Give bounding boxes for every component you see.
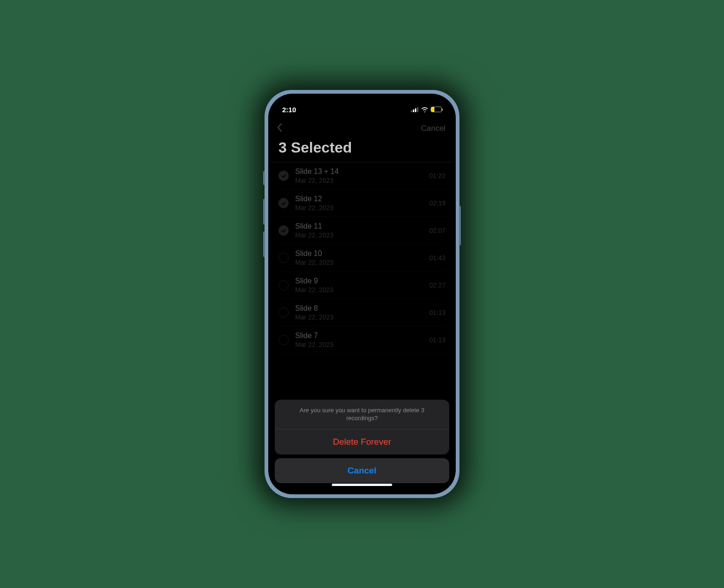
list-item-title: Slide 9: [295, 277, 423, 285]
list-item-title: Slide 11: [295, 222, 423, 230]
page-title: 3 Selected: [270, 138, 454, 162]
list-item-date: Mar 22, 2023: [295, 313, 423, 321]
list-item-duration: 01:43: [429, 254, 446, 262]
content: Slide 13 + 14Mar 22, 202301:22Slide 12Ma…: [270, 162, 454, 490]
list-item[interactable]: Slide 7Mar 22, 202301:13: [278, 326, 446, 354]
volume-down-button: [263, 231, 265, 257]
svg-rect-1: [413, 109, 414, 112]
delete-forever-button[interactable]: Delete Forever: [275, 429, 449, 454]
list-item-duration: 02:27: [429, 281, 446, 289]
checkbox-unchecked-icon[interactable]: [278, 280, 289, 290]
status-right: [411, 107, 442, 112]
checkbox-checked-icon[interactable]: [278, 225, 289, 236]
list-item-duration: 01:22: [429, 172, 446, 179]
list-item-duration: 02:07: [429, 227, 446, 234]
action-sheet: Are you sure you want to permanently del…: [275, 400, 449, 483]
list-item-main: Slide 12Mar 22, 2023: [295, 195, 423, 211]
list-item-date: Mar 22, 2023: [295, 259, 423, 266]
list-item-main: Slide 9Mar 22, 2023: [295, 277, 423, 294]
list-item[interactable]: Slide 10Mar 22, 202301:43: [278, 244, 446, 272]
list-item-main: Slide 7Mar 22, 2023: [295, 332, 423, 348]
svg-rect-0: [411, 110, 412, 112]
home-indicator[interactable]: [332, 484, 392, 486]
back-button[interactable]: [275, 122, 282, 135]
list-item-main: Slide 11Mar 22, 2023: [295, 222, 423, 239]
list-item-date: Mar 22, 2023: [295, 286, 423, 294]
cellular-icon: [411, 107, 419, 112]
action-sheet-cancel-button[interactable]: Cancel: [275, 458, 449, 483]
list-item-duration: 01:13: [429, 336, 446, 344]
recordings-list: Slide 13 + 14Mar 22, 202301:22Slide 12Ma…: [270, 162, 454, 354]
list-item-date: Mar 22, 2023: [295, 231, 423, 239]
battery-icon: [431, 107, 442, 112]
status-time: 2:10: [282, 106, 296, 114]
checkbox-unchecked-icon[interactable]: [278, 307, 289, 318]
list-item-duration: 01:13: [429, 309, 446, 316]
list-item-main: Slide 13 + 14Mar 22, 2023: [295, 167, 423, 184]
list-item-title: Slide 12: [295, 195, 423, 203]
screen: 2:10: [270, 96, 454, 492]
list-item[interactable]: Slide 9Mar 22, 202302:27: [278, 272, 446, 299]
nav-cancel-button[interactable]: Cancel: [421, 124, 446, 133]
list-item-title: Slide 13 + 14: [295, 167, 423, 176]
action-sheet-group: Are you sure you want to permanently del…: [275, 400, 449, 454]
mute-switch: [263, 171, 265, 185]
checkbox-checked-icon[interactable]: [278, 198, 289, 208]
list-item-date: Mar 22, 2023: [295, 341, 423, 348]
list-item[interactable]: Slide 8Mar 22, 202301:13: [278, 299, 446, 326]
svg-rect-2: [415, 108, 416, 112]
checkbox-checked-icon[interactable]: [278, 171, 289, 181]
chevron-left-icon: [277, 123, 282, 132]
power-button: [459, 206, 461, 245]
phone-frame: 2:10: [265, 90, 459, 498]
list-item-title: Slide 7: [295, 332, 423, 340]
wifi-icon: [421, 107, 428, 112]
list-item[interactable]: Slide 11Mar 22, 202302:07: [278, 217, 446, 244]
battery-fill: [431, 107, 434, 112]
list-item-title: Slide 8: [295, 304, 423, 313]
volume-up-button: [263, 199, 265, 224]
list-item[interactable]: Slide 12Mar 22, 202302:19: [278, 190, 446, 217]
list-item-date: Mar 22, 2023: [295, 177, 423, 184]
action-sheet-message: Are you sure you want to permanently del…: [275, 400, 449, 429]
list-item-main: Slide 10Mar 22, 2023: [295, 249, 423, 266]
checkbox-unchecked-icon[interactable]: [278, 335, 289, 345]
svg-rect-3: [417, 107, 419, 112]
list-item-duration: 02:19: [429, 199, 446, 207]
phone-border: 2:10: [268, 94, 456, 494]
list-item-date: Mar 22, 2023: [295, 204, 423, 211]
list-item[interactable]: Slide 13 + 14Mar 22, 202301:22: [278, 162, 446, 190]
list-item-main: Slide 8Mar 22, 2023: [295, 304, 423, 321]
list-item-title: Slide 10: [295, 249, 423, 258]
nav-bar: Cancel: [270, 117, 454, 138]
checkbox-unchecked-icon[interactable]: [278, 253, 289, 263]
notch: [330, 96, 394, 109]
